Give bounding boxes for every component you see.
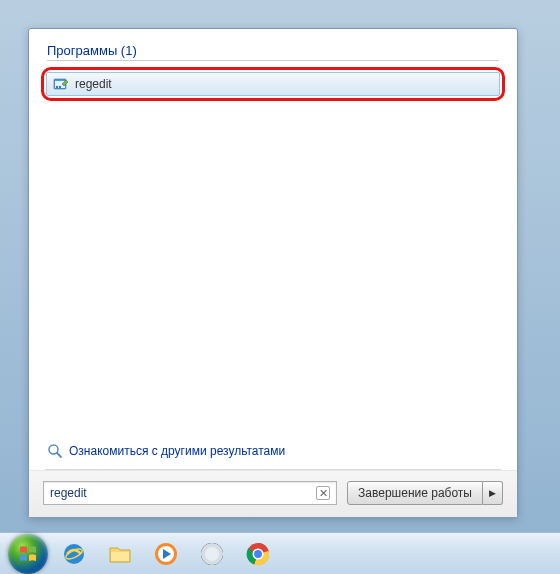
generic-app-icon [199,541,225,567]
start-menu-panel: Программы (1) regedit Ознакомиться с дру… [28,28,518,518]
taskbar-item-wmp[interactable] [146,537,186,571]
svg-point-13 [205,547,219,561]
taskbar-item-ie[interactable] [54,537,94,571]
windows-media-player-icon [152,540,180,568]
chrome-icon [245,541,271,567]
search-result-regedit[interactable]: regedit [46,72,500,96]
svg-point-2 [56,86,58,88]
shutdown-button[interactable]: Завершение работы [347,481,483,505]
taskbar [0,532,560,574]
windows-logo-icon [17,543,39,565]
svg-rect-8 [111,552,129,561]
svg-line-5 [57,453,61,457]
search-results-area: Программы (1) regedit [29,29,517,437]
results-category-header: Программы (1) [47,43,499,61]
search-box[interactable]: ✕ [43,481,337,505]
start-menu-bottom-row: ✕ Завершение работы ▶ [29,470,517,517]
taskbar-item-generic[interactable] [192,537,232,571]
svg-point-16 [254,550,262,558]
result-label: regedit [75,77,112,91]
annotation-highlight: regedit [41,67,505,101]
shutdown-button-group[interactable]: Завершение работы ▶ [347,481,503,505]
taskbar-item-chrome[interactable] [238,537,278,571]
shutdown-options-button[interactable]: ▶ [483,481,503,505]
clear-search-button[interactable]: ✕ [316,486,330,500]
close-icon: ✕ [319,487,328,500]
search-icon [47,443,63,459]
shutdown-label: Завершение работы [358,486,472,500]
see-more-results-link[interactable]: Ознакомиться с другими результатами [29,437,517,469]
search-input[interactable] [50,486,316,500]
chevron-right-icon: ▶ [489,488,496,498]
taskbar-item-explorer[interactable] [100,537,140,571]
see-more-label: Ознакомиться с другими результатами [69,444,285,458]
file-explorer-icon [106,540,134,568]
svg-point-3 [59,86,61,88]
start-button[interactable] [8,534,48,574]
regedit-icon [53,76,69,92]
internet-explorer-icon [60,540,88,568]
